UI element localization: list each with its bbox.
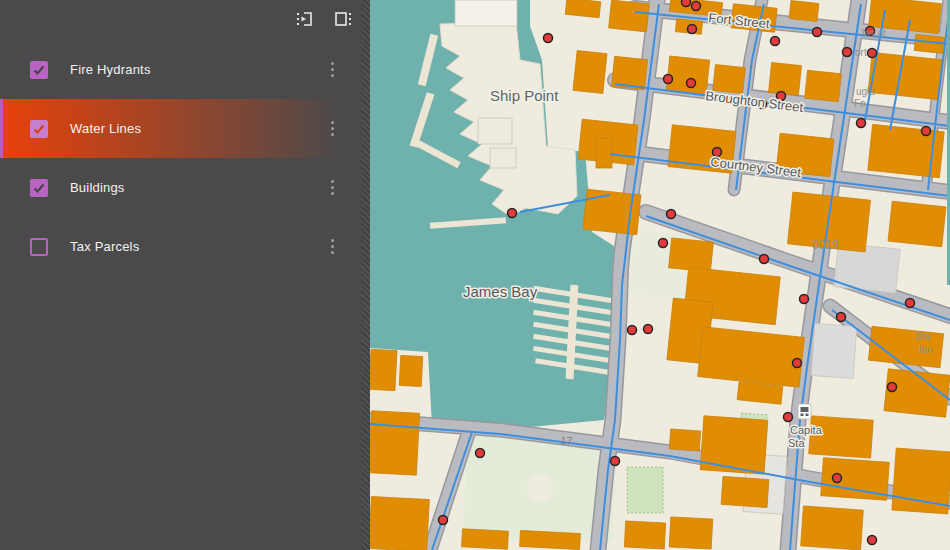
collapse-panel-icon[interactable] bbox=[294, 8, 316, 30]
panel-toolbar bbox=[294, 8, 354, 30]
fire-hydrant-point bbox=[833, 474, 842, 483]
layer-checkbox-fire-hydrants[interactable] bbox=[30, 61, 48, 79]
fire-hydrant-point bbox=[692, 2, 701, 11]
fire-hydrant-point bbox=[659, 239, 668, 248]
fire-hydrant-point bbox=[888, 383, 897, 392]
fire-hydrant-point bbox=[922, 127, 931, 136]
layer-options-icon[interactable] bbox=[327, 58, 338, 81]
layer-options-icon[interactable] bbox=[327, 235, 338, 258]
fire-hydrant-point bbox=[476, 449, 485, 458]
fire-hydrant-point bbox=[682, 0, 691, 7]
fire-hydrant-point bbox=[628, 326, 637, 335]
fire-hydrant-point bbox=[837, 313, 846, 322]
layer-label: Water Lines bbox=[70, 121, 327, 136]
map-label: Sta bbox=[788, 437, 805, 449]
layers-panel: Fire Hydrants Water Lines Buildings T bbox=[0, 0, 370, 550]
fire-hydrant-point bbox=[771, 37, 780, 46]
layer-options-icon[interactable] bbox=[327, 176, 338, 199]
layer-item-water-lines[interactable]: Water Lines bbox=[0, 99, 362, 158]
fire-hydrant-point bbox=[868, 49, 877, 58]
fire-hydrant-point bbox=[439, 516, 448, 525]
layer-checkbox-water-lines[interactable] bbox=[30, 120, 48, 138]
dock-panel-icon[interactable] bbox=[332, 8, 354, 30]
fire-hydrant-point bbox=[611, 457, 620, 466]
layer-checkbox-buildings[interactable] bbox=[30, 179, 48, 197]
layer-item-tax-parcels[interactable]: Tax Parcels bbox=[0, 217, 362, 276]
map-view: Fort StreetBroughton StreetCourtney Stre… bbox=[370, 0, 950, 550]
layer-label: Tax Parcels bbox=[70, 239, 327, 254]
fire-hydrant-point bbox=[906, 299, 915, 308]
map-label: lan bbox=[919, 344, 932, 355]
fire-hydrant-point bbox=[688, 25, 697, 34]
map-label: las at bbox=[862, 28, 886, 39]
layer-list: Fire Hydrants Water Lines Buildings T bbox=[0, 40, 362, 276]
fire-hydrant-point bbox=[760, 255, 769, 264]
app-window: Fire Hydrants Water Lines Buildings T bbox=[0, 0, 950, 550]
fire-hydrant-point bbox=[544, 34, 553, 43]
fire-hydrant-point bbox=[667, 210, 676, 219]
fire-hydrant-point bbox=[664, 75, 673, 84]
fire-hydrant-point bbox=[868, 536, 877, 545]
layer-label: Fire Hydrants bbox=[70, 62, 327, 77]
map-label: Fo bbox=[854, 98, 866, 109]
fire-hydrant-point bbox=[784, 413, 793, 422]
map-canvas[interactable]: Fort StreetBroughton StreetCourtney Stre… bbox=[370, 0, 950, 550]
fire-hydrant-point bbox=[644, 325, 653, 334]
map-label: 0019 bbox=[812, 238, 839, 252]
map-label: Capita bbox=[790, 424, 823, 436]
map-label: ugla bbox=[856, 86, 875, 97]
map-label: 17 bbox=[560, 434, 573, 447]
fire-hydrant-point bbox=[857, 119, 866, 128]
fire-hydrant-point bbox=[813, 28, 822, 37]
layer-label: Buildings bbox=[70, 180, 327, 195]
map-label: James Bay bbox=[463, 283, 538, 300]
layer-options-icon[interactable] bbox=[327, 117, 338, 140]
layer-item-buildings[interactable]: Buildings bbox=[0, 158, 362, 217]
map-label: ort bbox=[855, 47, 867, 58]
layer-item-fire-hydrants[interactable]: Fire Hydrants bbox=[0, 40, 362, 99]
fire-hydrant-point bbox=[843, 48, 852, 57]
fire-hydrant-point bbox=[687, 79, 696, 88]
fire-hydrant-point bbox=[793, 359, 802, 368]
layer-checkbox-tax-parcels[interactable] bbox=[30, 238, 48, 256]
fire-hydrant-point bbox=[800, 295, 809, 304]
panel-scrollbar[interactable] bbox=[361, 0, 370, 550]
fire-hydrant-point bbox=[508, 209, 517, 218]
map-label: Bla bbox=[916, 331, 931, 342]
map-label: Ship Point bbox=[490, 87, 559, 104]
